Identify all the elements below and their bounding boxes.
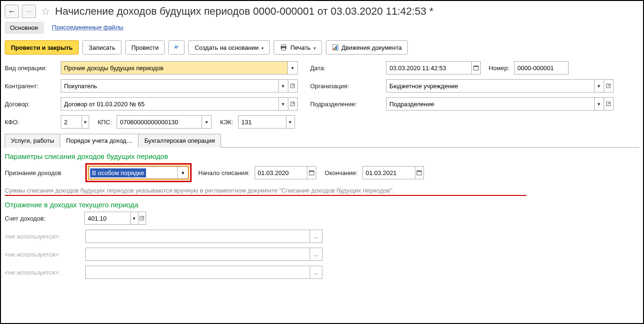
start-label: Начало списания: bbox=[198, 169, 250, 176]
dropdown-icon[interactable]: ▾ bbox=[278, 80, 288, 92]
create-based-on-button[interactable]: Создать на основании bbox=[188, 40, 270, 55]
unused-field-3[interactable]: … bbox=[85, 266, 322, 279]
dropdown-icon[interactable]: ▾ bbox=[202, 116, 211, 128]
svg-rect-9 bbox=[336, 46, 337, 50]
counterparty-input[interactable] bbox=[61, 80, 278, 92]
end-label: Окончание: bbox=[325, 169, 358, 176]
end-date-field[interactable] bbox=[362, 166, 424, 179]
highlight-frame-orange: В особом порядке ▾ bbox=[88, 166, 189, 180]
contract-label: Договор: bbox=[5, 101, 57, 108]
counterparty-field[interactable]: ▾ bbox=[61, 79, 298, 93]
kps-field[interactable]: ▾ bbox=[117, 115, 212, 129]
org-field[interactable]: ▾ bbox=[386, 79, 614, 93]
income-acct-field[interactable]: ▾ bbox=[84, 212, 146, 225]
dtkt-button[interactable]: ДтКт bbox=[168, 40, 184, 55]
svg-rect-19 bbox=[417, 171, 422, 172]
op-type-field[interactable]: ▾ bbox=[61, 61, 298, 74]
open-icon[interactable] bbox=[138, 212, 146, 224]
dropdown-icon[interactable]: ▾ bbox=[287, 62, 297, 74]
unused-label-2: <не используется>: bbox=[5, 251, 81, 258]
more-icon[interactable]: … bbox=[310, 266, 322, 278]
dropdown-icon[interactable]: ▾ bbox=[286, 116, 294, 128]
subnav-attachments[interactable]: Присоединенные файлы bbox=[52, 22, 124, 34]
calendar-icon[interactable] bbox=[415, 167, 424, 179]
section-writeoff-params-title: Параметры списания доходов будущих перио… bbox=[5, 152, 639, 160]
svg-text:Дт: Дт bbox=[175, 45, 178, 49]
dtkt-icon: ДтКт bbox=[175, 44, 178, 51]
dropdown-icon[interactable]: ▾ bbox=[177, 167, 188, 178]
subnav-main[interactable]: Основное bbox=[5, 22, 44, 34]
kfo-input[interactable] bbox=[61, 116, 82, 128]
svg-rect-3 bbox=[282, 45, 285, 46]
income-acct-label: Счет доходов: bbox=[5, 215, 81, 222]
dept-field[interactable]: ▾ bbox=[386, 97, 614, 111]
number-input[interactable] bbox=[515, 62, 568, 74]
kek-field[interactable]: ▾ bbox=[238, 115, 295, 129]
kps-input[interactable] bbox=[117, 116, 202, 128]
highlight-frame-red: В особом порядке ▾ bbox=[85, 163, 192, 182]
nav-forward-button[interactable]: → bbox=[22, 5, 36, 18]
kfo-label: КФО: bbox=[5, 119, 57, 126]
dept-label: Подразделение: bbox=[310, 101, 381, 108]
op-type-input[interactable] bbox=[61, 62, 287, 74]
number-label: Номер: bbox=[488, 65, 509, 72]
unused-label-1: <не используется>: bbox=[5, 233, 81, 240]
open-icon[interactable] bbox=[604, 98, 613, 110]
unused-label-3: <не используется>: bbox=[5, 269, 81, 276]
svg-rect-17 bbox=[309, 171, 314, 172]
kek-input[interactable] bbox=[239, 116, 286, 128]
dropdown-icon[interactable]: ▾ bbox=[278, 98, 288, 110]
dropdown-icon[interactable]: ▾ bbox=[130, 212, 138, 224]
calendar-icon[interactable] bbox=[471, 62, 481, 74]
nav-back-button[interactable]: ← bbox=[5, 5, 19, 18]
svg-rect-4 bbox=[282, 48, 285, 50]
open-icon[interactable] bbox=[288, 80, 297, 92]
dept-input[interactable] bbox=[386, 98, 594, 110]
favorite-star-icon[interactable]: ☆ bbox=[39, 5, 52, 18]
org-label: Организация: bbox=[310, 83, 381, 90]
dropdown-icon[interactable]: ▾ bbox=[594, 80, 604, 92]
contract-field[interactable]: ▾ bbox=[61, 97, 298, 111]
dropdown-icon[interactable]: ▾ bbox=[594, 98, 604, 110]
svg-rect-8 bbox=[335, 46, 336, 50]
date-input[interactable] bbox=[386, 62, 471, 74]
start-date-field[interactable] bbox=[255, 166, 316, 179]
svg-rect-7 bbox=[333, 48, 334, 50]
more-icon[interactable]: … bbox=[310, 248, 322, 260]
movements-icon bbox=[332, 44, 339, 51]
contract-input[interactable] bbox=[61, 98, 278, 110]
tab-services[interactable]: Услуги, работы bbox=[5, 134, 60, 148]
unused-field-2[interactable]: … bbox=[85, 248, 322, 261]
recognition-label: Признание доходов bbox=[5, 169, 81, 176]
date-field[interactable] bbox=[386, 61, 481, 74]
page-title: Начисление доходов будущих периодов 0000… bbox=[55, 5, 433, 18]
kps-label: КПС: bbox=[98, 119, 112, 126]
more-icon[interactable]: … bbox=[310, 230, 322, 242]
counterparty-label: Контрагент: bbox=[5, 83, 57, 90]
start-date-input[interactable] bbox=[255, 167, 307, 179]
tab-income-order[interactable]: Порядок учета доход… bbox=[60, 134, 138, 148]
kfo-field[interactable]: ▾ bbox=[61, 115, 89, 129]
op-type-label: Вид операции: bbox=[5, 65, 57, 72]
date-label: Дата: bbox=[310, 65, 325, 72]
income-acct-input[interactable] bbox=[85, 212, 130, 224]
open-icon[interactable] bbox=[604, 80, 613, 92]
recognition-field[interactable]: В особом порядке ▾ bbox=[89, 167, 188, 179]
open-icon[interactable] bbox=[288, 98, 297, 110]
writeoff-hint: Суммы списания доходов будущих периодов … bbox=[5, 187, 526, 196]
calendar-icon[interactable] bbox=[307, 167, 316, 179]
svg-point-5 bbox=[285, 46, 286, 47]
post-button[interactable]: Провести bbox=[125, 40, 165, 55]
recognition-value: В особом порядке bbox=[90, 168, 146, 177]
post-and-close-button[interactable]: Провести и закрыть bbox=[5, 40, 79, 55]
tab-accounting-op[interactable]: Бухгалтерская операция bbox=[138, 134, 221, 148]
org-input[interactable] bbox=[386, 80, 594, 92]
number-field[interactable] bbox=[514, 61, 569, 74]
unused-field-1[interactable]: … bbox=[85, 230, 322, 243]
kek-label: КЭК: bbox=[220, 119, 233, 126]
document-movements-button[interactable]: Движения документа bbox=[326, 40, 408, 55]
end-date-input[interactable] bbox=[363, 167, 414, 179]
print-button[interactable]: Печать bbox=[274, 40, 322, 55]
dropdown-icon[interactable]: ▾ bbox=[82, 116, 89, 128]
save-button[interactable]: Записать bbox=[83, 40, 121, 55]
